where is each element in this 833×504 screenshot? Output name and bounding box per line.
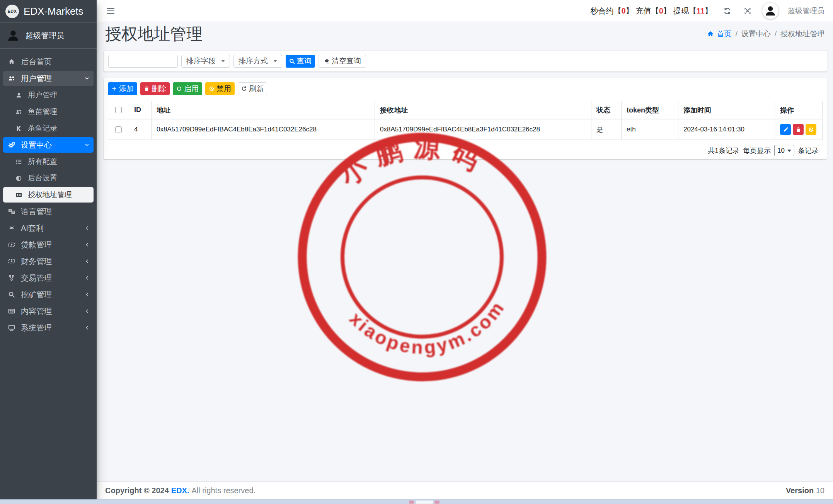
sidebar-menu: 后台首页 用户管理 用户管理 鱼苗管理 杀鱼记录 设置中心 — [0, 49, 97, 340]
newspaper-icon — [7, 308, 16, 315]
sidebar-item-label: 语言管理 — [21, 206, 52, 217]
gears-icon — [7, 141, 16, 148]
footer-brand-link[interactable]: EDX. — [171, 486, 189, 495]
cell-receive-address: 0x8A51709D99eEdFfBAC4Eb8Ea3F1d41C032E26c… — [375, 119, 591, 140]
sidebar-item-label: 交易管理 — [21, 273, 52, 283]
sidebar-toggle-button[interactable] — [105, 5, 116, 16]
clear-search-button[interactable]: 清空查询 — [319, 55, 366, 68]
column-header-address: 地址 — [152, 101, 375, 119]
stat-value: 11 — [697, 7, 705, 15]
sidebar-item-label: 财务管理 — [21, 256, 52, 267]
sidebar-item-label: 设置中心 — [21, 140, 52, 150]
refresh-button[interactable]: 刷新 — [238, 82, 267, 95]
add-button[interactable]: 添加 — [108, 82, 137, 95]
stat-label: 提现 — [673, 6, 689, 16]
footer: Copyright © 2024 EDX. All rights reserve… — [97, 481, 833, 499]
delete-row-button[interactable] — [793, 124, 804, 135]
search-button[interactable]: 查询 — [286, 55, 315, 68]
stat-label: 秒合约 — [591, 6, 614, 16]
cell-created-at: 2024-03-16 14:01:30 — [678, 119, 775, 140]
sidebar-item-language-mgmt[interactable]: A文 语言管理 — [3, 204, 94, 219]
breadcrumb-item-settings[interactable]: 设置中心 — [741, 29, 771, 39]
stat-deposit: 充值【0】 — [636, 6, 671, 16]
enable-button[interactable]: 启用 — [173, 82, 202, 95]
bracket: 【 — [651, 6, 659, 16]
sidebar-item-kill-records[interactable]: 杀鱼记录 — [3, 121, 94, 136]
chevron-left-icon — [84, 292, 90, 297]
ban-row-button[interactable] — [806, 124, 816, 135]
ban-icon — [808, 127, 814, 133]
stat-seconds-contract: 秒合约【0】 — [591, 6, 634, 16]
filter-card: 排序字段 排序方式 查询 清空查询 — [104, 51, 827, 72]
footer-version: Version 10 — [786, 486, 824, 495]
caret-down-icon — [787, 150, 791, 152]
sidebar-item-label: 挖矿管理 — [21, 289, 52, 300]
sidebar-item-users[interactable]: 用户管理 — [3, 87, 94, 103]
table-header-row: ID 地址 接收地址 状态 token类型 添加时间 操作 — [108, 101, 823, 119]
chevron-down-icon — [84, 76, 90, 81]
horizontal-scrollbar[interactable] — [0, 499, 833, 504]
search-input[interactable] — [108, 55, 178, 68]
sidebar-item-loan-mgmt[interactable]: 贷款管理 — [3, 237, 94, 252]
trash-icon — [144, 86, 150, 92]
sidebar-item-system-mgmt[interactable]: 系统管理 — [3, 320, 94, 335]
sidebar-item-ai-arbitrage[interactable]: AI套利 — [3, 220, 94, 236]
refresh-button-label: 刷新 — [249, 84, 264, 94]
sidebar-item-finance-mgmt[interactable]: 财务管理 — [3, 254, 94, 269]
cell-status: 是 — [591, 119, 622, 140]
row-checkbox-cell — [108, 119, 129, 140]
edit-button[interactable] — [780, 124, 791, 135]
page-size-select[interactable]: 10 — [774, 145, 794, 156]
footer-copyright: Copyright © 2024 — [105, 486, 169, 495]
sidebar-item-label: 后台设置 — [28, 173, 57, 183]
home-icon — [707, 31, 714, 37]
sidebar-item-all-config[interactable]: 所有配置 — [3, 154, 94, 169]
sidebar-item-label: 后台首页 — [21, 57, 52, 67]
sidebar-item-dashboard[interactable]: 后台首页 — [3, 54, 94, 70]
footer-rights: All rights reserved. — [191, 486, 256, 495]
sidebar-item-label: 鱼苗管理 — [28, 107, 57, 117]
sidebar-item-trade-mgmt[interactable]: 交易管理 — [3, 270, 94, 286]
user-avatar-icon — [6, 29, 20, 43]
sort-field-select[interactable]: 排序字段 — [181, 55, 230, 68]
sidebar-item-content-mgmt[interactable]: 内容管理 — [3, 303, 94, 319]
fullscreen-icon[interactable] — [742, 5, 753, 16]
search-icon — [7, 291, 16, 298]
fork-nodes-icon — [7, 274, 16, 281]
breadcrumb-separator: / — [775, 30, 777, 38]
refresh-icon[interactable] — [722, 5, 733, 17]
stat-value: 0 — [659, 7, 663, 15]
sidebar-item-fry-mgmt[interactable]: 鱼苗管理 — [3, 104, 94, 119]
bracket: 】 — [626, 6, 634, 16]
sort-order-select[interactable]: 排序方式 — [233, 55, 282, 68]
user-avatar[interactable] — [762, 3, 778, 19]
sidebar-item-backend-settings[interactable]: 后台设置 — [3, 170, 94, 186]
sidebar-user-panel: 超级管理员 — [0, 23, 97, 49]
stat-label: 充值 — [636, 6, 651, 16]
sidebar-item-mining-mgmt[interactable]: 挖矿管理 — [3, 287, 94, 302]
chevron-left-icon — [84, 259, 90, 264]
desktop-icon — [7, 324, 16, 331]
breadcrumb-home-link[interactable]: 首页 — [707, 29, 731, 39]
adjust-icon — [14, 175, 23, 182]
scrollbar-thumb[interactable] — [416, 501, 433, 504]
breadcrumb-home-label: 首页 — [717, 29, 731, 39]
brand-link[interactable]: EDX EDX-Markets — [0, 0, 97, 23]
delete-button-label: 删除 — [152, 84, 166, 94]
select-all-checkbox[interactable] — [115, 107, 122, 113]
sidebar-item-authorized-addresses[interactable]: 授权地址管理 — [3, 187, 94, 203]
sidebar-item-user-mgmt[interactable]: 用户管理 — [3, 71, 94, 86]
row-checkbox[interactable] — [115, 126, 122, 133]
users-icon — [7, 75, 16, 82]
sidebar-item-label: AI套利 — [21, 223, 44, 233]
chevron-left-icon — [84, 308, 90, 314]
column-header-id: ID — [129, 101, 152, 119]
breadcrumb: 首页 / 设置中心 / 授权地址管理 — [707, 29, 824, 39]
stat-withdraw: 提现【11】 — [673, 6, 712, 16]
sidebar-item-settings-center[interactable]: 设置中心 — [3, 137, 94, 153]
table-row: 4 0x8A51709D99eEdFfBAC4Eb8Ea3F1d41C032E2… — [108, 119, 823, 140]
delete-button[interactable]: 删除 — [140, 82, 170, 95]
topbar-right: 秒合约【0】 充值【0】 提现【11】 超级管理员 — [591, 3, 824, 19]
disable-button[interactable]: 禁用 — [205, 82, 235, 95]
topbar-stats: 秒合约【0】 充值【0】 提现【11】 — [591, 6, 712, 16]
